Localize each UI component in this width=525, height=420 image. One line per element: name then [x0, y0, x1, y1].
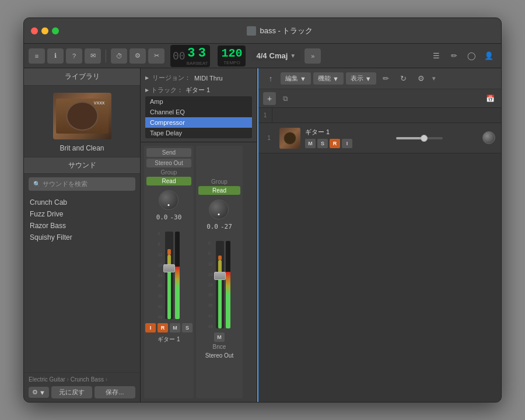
function-button[interactable]: 機能 ▼ — [313, 72, 344, 85]
gear-dropdown-icon: ▼ — [39, 389, 46, 396]
input-button[interactable]: I — [145, 323, 156, 332]
track-header: 1 — [258, 108, 501, 123]
info-button[interactable]: ℹ — [47, 48, 64, 64]
amp-image: VXXX — [53, 93, 111, 139]
track-thumb-speaker — [284, 132, 296, 145]
toolbar: ≡ ℹ ? ✉ ⏱ ⚙ ✂ 00 3 BAR 3 BEAT 120 TEMPO … — [24, 44, 501, 68]
forward-button[interactable]: » — [304, 48, 321, 64]
vol-db-2: -27 — [220, 223, 232, 230]
gear-button[interactable]: ⚙ ▼ — [29, 387, 49, 398]
amp-body: VXXX — [56, 99, 108, 134]
stereo-out-button[interactable]: Stereo Out — [146, 159, 191, 167]
track-pan-knob[interactable] — [482, 131, 496, 145]
arrange-controls: + ⧉ 📅 — [258, 89, 501, 108]
fader-track[interactable] — [165, 232, 173, 319]
settings-button[interactable]: ⚙ — [130, 48, 146, 64]
arrange-settings[interactable]: ⚙ — [414, 71, 429, 86]
empty-arrange-area — [258, 153, 501, 402]
track-label-row: ▶ トラック： ギター 1 — [145, 84, 252, 96]
library-button[interactable]: ≡ — [29, 48, 45, 64]
track-pan-circle — [482, 131, 495, 144]
function-dropdown: ▼ — [332, 75, 339, 82]
search-button[interactable]: ◯ — [464, 48, 479, 64]
track-value: ギター 1 — [186, 86, 210, 94]
time-sig-value: 4/4 — [256, 51, 267, 60]
function-label: 機能 — [318, 74, 331, 83]
duplicate-button[interactable]: ⧉ — [278, 92, 292, 106]
breadcrumb-sep2: › — [106, 376, 107, 383]
read-button[interactable]: Read — [146, 177, 191, 186]
send-button[interactable]: Send — [146, 148, 191, 157]
read-button-2[interactable]: Read — [198, 186, 240, 195]
revert-button[interactable]: 元に戻す — [51, 386, 92, 398]
sound-item-razor-bass[interactable]: Razor Bass — [30, 220, 134, 232]
time-signature[interactable]: 4/4 Cmaj ▼ — [251, 50, 300, 61]
add-track-button[interactable]: + — [263, 92, 276, 105]
view-button[interactable]: 表示 ▼ — [346, 72, 376, 85]
list-view-button[interactable]: ☰ — [429, 48, 444, 64]
bnce-label: Bnce — [213, 344, 226, 350]
user-button[interactable]: 👤 — [481, 48, 496, 64]
close-button[interactable] — [31, 27, 38, 34]
track-mute-button[interactable]: M — [305, 139, 316, 148]
track-volume-slider[interactable] — [396, 137, 443, 139]
help-button[interactable]: ? — [66, 48, 82, 64]
pan-knob[interactable] — [159, 190, 178, 210]
scale-mark-0: 0 — [158, 232, 163, 236]
plugin-amp[interactable]: Amp — [145, 96, 252, 107]
region-value: MIDI Thru — [194, 75, 223, 82]
sound-item-fuzz-drive[interactable]: Fuzz Drive — [30, 208, 134, 220]
search-placeholder: サウンドを検索 — [43, 180, 88, 188]
scale-mark-48: 48 — [158, 315, 163, 319]
search-box[interactable]: 🔍 サウンドを検索 — [29, 177, 135, 191]
loop-button[interactable]: ↻ — [396, 71, 411, 86]
track-vol-knob[interactable] — [421, 135, 428, 142]
pencil-tool[interactable]: ✏ — [379, 71, 394, 86]
plugin-compressor[interactable]: Compressor — [145, 117, 252, 128]
mute-button[interactable]: M — [170, 323, 180, 332]
view-dropdown: ▼ — [365, 75, 372, 82]
fader-handle[interactable] — [163, 264, 175, 272]
mixer-top: ▶ リージョン： MIDI Thru ▶ トラック： ギター 1 Amp Cha… — [141, 68, 257, 142]
track-solo-button[interactable]: S — [317, 139, 328, 148]
bar-number: 3 — [187, 46, 195, 61]
edit-button[interactable]: 編集 ▼ — [281, 72, 311, 85]
record-button[interactable]: R — [158, 323, 168, 332]
tempo-number: 120 — [221, 47, 242, 60]
sound-item-squishy-filter[interactable]: Squishy Filter — [30, 232, 134, 243]
pan-knob-container — [159, 190, 180, 211]
track-area: 1 1 ギター 1 M S R — [258, 108, 501, 402]
knob-indicator — [167, 204, 169, 206]
meter-track-2 — [226, 241, 230, 328]
solo-button[interactable]: S — [182, 323, 192, 332]
fader-handle-2[interactable] — [214, 272, 226, 280]
track-input-button[interactable]: I — [342, 139, 352, 148]
calendar-button[interactable]: 📅 — [484, 92, 496, 105]
traffic-lights — [31, 27, 59, 34]
up-arrow-button[interactable]: ↑ — [263, 71, 278, 86]
pan-knob-2[interactable] — [209, 200, 229, 219]
maximize-button[interactable] — [52, 27, 59, 34]
scale-markers: 0 6 12 18 24 30 36 42 48 — [158, 232, 164, 319]
channel-controls-2: M — [214, 332, 225, 342]
edit-mode-button[interactable]: ✏ — [446, 48, 461, 64]
beat-display: 3 BEAT — [196, 46, 208, 66]
mute-button-2[interactable]: M — [214, 332, 225, 342]
fader-track-2[interactable] — [216, 241, 224, 328]
minimize-button[interactable] — [41, 27, 48, 34]
key-value: Cmaj — [270, 51, 288, 60]
pan-value-2: 0.0 — [206, 223, 218, 230]
plugin-tape-delay[interactable]: Tape Delay — [145, 128, 252, 138]
plugin-channel-eq[interactable]: Channel EQ — [145, 107, 252, 117]
metronome-button[interactable]: ⏱ — [111, 48, 127, 64]
window-title: bass - トラック — [260, 26, 313, 36]
channel-strip-stereoout: Group Read 0.0 -27 0 6 — [196, 146, 243, 398]
cut-button[interactable]: ✂ — [148, 48, 164, 64]
edit-label: 編集 — [285, 74, 298, 83]
inspector-button[interactable]: ✉ — [85, 48, 101, 64]
track-record-button[interactable]: R — [330, 139, 340, 148]
sound-item-crunch-cab[interactable]: Crunch Cab — [30, 197, 134, 208]
breadcrumb: Electric Guitar › Crunch Bass › — [29, 376, 135, 383]
mixer-panel: ▶ リージョン： MIDI Thru ▶ トラック： ギター 1 Amp Cha… — [141, 68, 257, 402]
save-button[interactable]: 保存... — [94, 386, 135, 398]
